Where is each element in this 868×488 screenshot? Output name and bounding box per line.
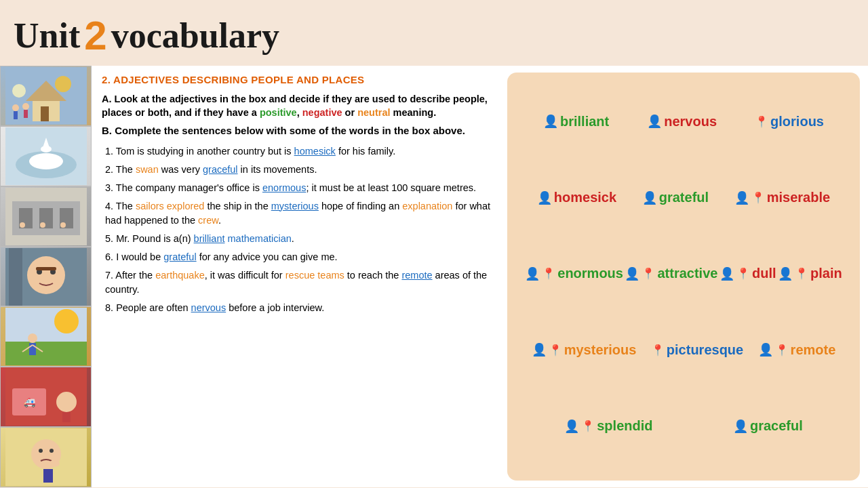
svg-point-24 (27, 256, 65, 294)
sentence-4-answer: mysterious (271, 201, 319, 211)
word-graceful: graceful (750, 418, 803, 434)
vocab-item-miserable: 👤📍 miserable (734, 190, 830, 205)
sentence-6-num: 6. (105, 251, 116, 262)
word-dull: dull (752, 266, 776, 281)
vocab-item-homesick: 👤 homesick (537, 190, 616, 205)
or-text: or (342, 107, 358, 118)
person-icon-grateful: 👤 (642, 190, 657, 205)
sentence-4-text3: hope of finding an (319, 201, 402, 211)
svg-rect-7 (14, 111, 18, 119)
sentence-2-text1: The (116, 164, 136, 175)
sentence-4: 4. The sailors explored the ship in the … (102, 199, 492, 228)
sentence-7-text2: , it was difficult for (205, 270, 285, 281)
sentence-1-answer: homesick (294, 146, 336, 157)
comma1: , (297, 107, 302, 118)
sidebar-image-4 (0, 247, 92, 307)
sentence-4-text2: the ship in the (204, 201, 271, 211)
vocab-item-nervous: 👤 nervous (647, 114, 717, 129)
sentence-2-swan: swan (136, 164, 159, 175)
person-icon-plain: 👤 (778, 266, 793, 281)
svg-point-6 (12, 104, 19, 111)
sentence-1: 1. Tom is studying in another country bu… (102, 144, 492, 159)
sentence-8-text1: People are often (116, 302, 191, 313)
sentence-7-text3: to reach the (344, 270, 402, 281)
sentence-5-answer: brilliant (194, 233, 225, 244)
sentence-3-end: ; it must be at least 100 square metres. (306, 182, 476, 193)
sentence-1-end: for his family. (336, 146, 395, 157)
sentence-6: 6. I would be grateful for any advice yo… (102, 250, 492, 264)
svg-rect-3 (41, 106, 49, 121)
sentence-2-num: 2. (105, 164, 116, 175)
person-icon-splendid: 👤 (564, 419, 579, 434)
vocab-item-plain: 👤📍 plain (778, 266, 842, 281)
sentence-7-earthquake: earthquake (155, 270, 205, 281)
page-header: Unit 2 vocabulary (0, 0, 868, 66)
sentence-5-num: 5. (105, 233, 116, 244)
negative-label: negative (302, 107, 342, 118)
sentence-5-text1: Mr. Pound is a(n) (116, 233, 193, 244)
sentence-5-mathematician: mathematician (228, 233, 292, 244)
word-plain: plain (810, 266, 842, 281)
sentence-7: 7. After the earthquake, it was difficul… (102, 268, 492, 297)
sentence-8-answer: nervous (191, 302, 226, 313)
meaning-end: meaning. (390, 107, 436, 118)
sentence-4-num: 4. (105, 201, 116, 211)
person-icon-graceful: 👤 (733, 419, 748, 434)
sentence-5-period: . (292, 233, 294, 244)
sidebar-images: 🚑 (0, 66, 92, 487)
section-title: 2. ADJECTIVES DESCRIBING PEOPLE AND PLAC… (102, 73, 492, 88)
word-splendid: splendid (597, 418, 652, 434)
svg-rect-30 (5, 342, 87, 365)
svg-rect-9 (24, 110, 28, 118)
word-brilliant: brilliant (560, 114, 609, 129)
word-glorious: glorious (770, 114, 824, 129)
vocabulary-box: 👤 brilliant 👤 nervous 📍 glorious 👤 homes… (507, 73, 860, 481)
unit-number: 2 (84, 12, 106, 59)
vocab-item-brilliant: 👤 brilliant (543, 114, 609, 129)
sentence-3: 3. The company manager's office is enorm… (102, 181, 492, 195)
sentence-4-crew: crew (198, 215, 218, 226)
sentence-4-text1: The (116, 201, 136, 211)
vocab-item-dull: 👤📍 dull (719, 266, 776, 281)
place-icon-glorious: 📍 (755, 115, 768, 128)
svg-point-12 (29, 153, 63, 169)
sentence-6-end: for any advice you can give me. (197, 251, 338, 262)
word-homesick: homesick (554, 190, 616, 205)
person-icon-attractive: 👤 (625, 266, 639, 281)
vocab-item-grateful: 👤 grateful (642, 190, 709, 205)
sentence-4-sailors: sailors explored (136, 201, 205, 211)
place-icon-dull: 📍 (736, 267, 750, 280)
sentence-2-text2: was very (159, 164, 203, 175)
person-icon-nervous: 👤 (647, 114, 662, 129)
sentence-3-text1: The company manager's office is (116, 182, 262, 193)
sentence-8: 8. People are often nervous before a job… (102, 301, 492, 315)
person-icon-enormous: 👤 (525, 266, 540, 281)
svg-point-8 (22, 103, 29, 110)
svg-point-20 (20, 222, 25, 228)
person-icon-homesick: 👤 (537, 190, 552, 205)
instruction-b-text: B. Complete the sentences below with som… (102, 125, 465, 136)
sentence-6-answer: grateful (163, 251, 196, 262)
svg-rect-40 (62, 412, 71, 422)
place-icon-enormous: 📍 (542, 267, 555, 280)
sentence-7-text1: After the (115, 270, 155, 281)
place-icon-miserable: 📍 (751, 191, 765, 204)
sentence-5: 5. Mr. Pound is a(n) brilliant mathemati… (102, 232, 492, 246)
vocab-item-glorious: 📍 glorious (755, 114, 824, 129)
sentence-1-num: 1. (105, 146, 116, 157)
word-enormous: enormous (557, 266, 623, 281)
word-nervous: nervous (664, 114, 717, 129)
sidebar-image-1 (0, 66, 92, 126)
sentence-3-answer: enormous (262, 182, 306, 193)
sentence-3-num: 3. (105, 182, 116, 193)
sidebar-image-6: 🚑 (0, 367, 92, 427)
person-icon-brilliant: 👤 (543, 114, 558, 129)
word-remote: remote (791, 342, 836, 358)
svg-rect-33 (29, 343, 36, 355)
svg-point-22 (60, 222, 66, 228)
sidebar-image-5 (0, 306, 92, 367)
vocab-item-mysterious: 👤📍 mysterious (532, 342, 637, 358)
sidebar-image-7 (0, 427, 92, 487)
sentence-7-rescue: rescue teams (285, 270, 344, 281)
instruction-a: A. Look at the adjectives in the box and… (102, 92, 492, 120)
